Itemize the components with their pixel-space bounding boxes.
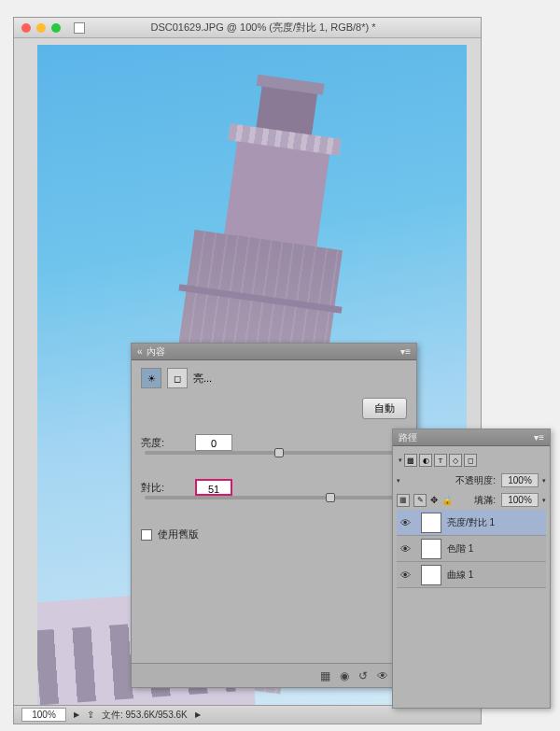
title-bar: DSC01629.JPG @ 100% (亮度/對比 1, RGB/8*) * [14, 18, 481, 38]
minimize-icon[interactable] [36, 23, 46, 33]
properties-panel: « 內容 ▾≡ ☀ ◻ 亮... 自動 亮度: 0 對比: 51 使用舊版 [131, 343, 417, 688]
filter-smart-icon[interactable]: ◻ [464, 454, 477, 467]
contrast-label: 對比: [141, 481, 188, 495]
layer-item[interactable]: 👁色階 1 [397, 536, 546, 562]
contrast-slider[interactable] [145, 496, 403, 499]
filter-pixel-icon[interactable]: ▩ [404, 454, 417, 467]
adjustment-name: 亮... [193, 372, 212, 386]
lock-transparent-icon[interactable]: ▦ [397, 494, 410, 507]
collapse-icon[interactable]: « [137, 346, 143, 357]
layer-item[interactable]: 👁曲線 1 [397, 562, 546, 588]
layers-panel: 路徑 ▾≡ ▾ ▩ ◐ T ◇ ◻ ▾ 不透明度: 100% ▾ ▦ ✎ ✥ 🔒… [392, 429, 551, 709]
opacity-dropdown-icon[interactable]: ▾ [542, 477, 546, 485]
legacy-label: 使用舊版 [158, 527, 199, 541]
contrast-value[interactable]: 51 [195, 479, 232, 496]
filter-dropdown-icon[interactable]: ▾ [399, 457, 402, 464]
filter-shape-icon[interactable]: ◇ [449, 454, 462, 467]
brightness-label: 亮度: [141, 436, 188, 450]
properties-panel-title: 內容 [147, 345, 165, 358]
layers-panel-header[interactable]: 路徑 ▾≡ [393, 429, 550, 446]
layer-name: 色階 1 [447, 542, 473, 555]
filter-type-icon[interactable]: T [434, 454, 447, 467]
opacity-label: 不透明度: [455, 474, 496, 487]
lock-all-icon[interactable]: 🔒 [441, 495, 453, 505]
layer-list: 👁亮度/對比 1👁色階 1👁曲線 1 [397, 510, 546, 588]
toggle-visibility-icon[interactable]: 👁 [377, 669, 388, 682]
window-title: DSC01629.JPG @ 100% (亮度/對比 1, RGB/8*) * [53, 21, 473, 35]
close-icon[interactable] [21, 23, 31, 33]
layer-thumbnail[interactable] [421, 539, 441, 559]
eye-icon[interactable]: 👁 [400, 543, 415, 555]
fill-dropdown-icon[interactable]: ▾ [542, 497, 546, 504]
layer-thumbnail[interactable] [421, 513, 441, 533]
opacity-value[interactable]: 100% [501, 473, 539, 487]
adjustment-icon[interactable]: ☀ [141, 368, 161, 388]
auto-button[interactable]: 自動 [362, 398, 407, 419]
contrast-slider-thumb[interactable] [326, 493, 335, 502]
layer-thumbnail[interactable] [421, 565, 441, 585]
view-previous-icon[interactable]: ◉ [340, 669, 349, 682]
eye-icon[interactable]: 👁 [400, 517, 415, 528]
opacity-row: ▾ 不透明度: 100% ▾ [397, 471, 546, 490]
eye-icon[interactable]: 👁 [400, 569, 415, 581]
share-icon[interactable]: ⇪ [87, 710, 94, 720]
clip-to-layer-icon[interactable]: ▦ [320, 669, 330, 682]
properties-panel-header[interactable]: « 內容 ▾≡ [132, 344, 416, 360]
fill-label: 填滿: [474, 494, 496, 507]
reset-icon[interactable]: ↺ [358, 669, 368, 682]
zoom-dropdown-icon[interactable]: ▶ [74, 710, 79, 719]
layer-name: 亮度/對比 1 [447, 516, 495, 529]
zoom-level[interactable]: 100% [21, 708, 66, 722]
legacy-checkbox-row[interactable]: 使用舊版 [141, 527, 407, 541]
mask-icon[interactable]: ◻ [167, 368, 188, 388]
panel-menu-icon[interactable]: ▾≡ [400, 346, 411, 357]
file-info: 文件: 953.6K/953.6K [102, 709, 188, 722]
file-info-dropdown-icon[interactable]: ▶ [195, 710, 201, 719]
legacy-checkbox[interactable] [141, 529, 152, 541]
properties-panel-footer: ▦ ◉ ↺ 👁 🗑 [132, 663, 416, 687]
layers-panel-title: 路徑 [399, 431, 417, 444]
blend-mode-dropdown-icon[interactable]: ▾ [397, 477, 400, 485]
layer-item[interactable]: 👁亮度/對比 1 [397, 510, 546, 536]
lock-row: ▦ ✎ ✥ 🔒 填滿: 100% ▾ [397, 490, 546, 510]
lock-pixels-icon[interactable]: ✎ [413, 494, 427, 507]
layer-name: 曲線 1 [447, 569, 473, 582]
fill-value[interactable]: 100% [501, 493, 539, 507]
move-icon[interactable]: ✥ [430, 495, 438, 505]
brightness-slider[interactable] [145, 451, 403, 455]
layer-filter-row: ▾ ▩ ◐ T ◇ ◻ [397, 450, 546, 471]
brightness-value[interactable]: 0 [195, 434, 232, 451]
layers-panel-menu-icon[interactable]: ▾≡ [534, 432, 544, 443]
filter-adjust-icon[interactable]: ◐ [419, 454, 432, 467]
contrast-row: 對比: 51 [141, 479, 407, 496]
brightness-slider-thumb[interactable] [274, 448, 284, 457]
